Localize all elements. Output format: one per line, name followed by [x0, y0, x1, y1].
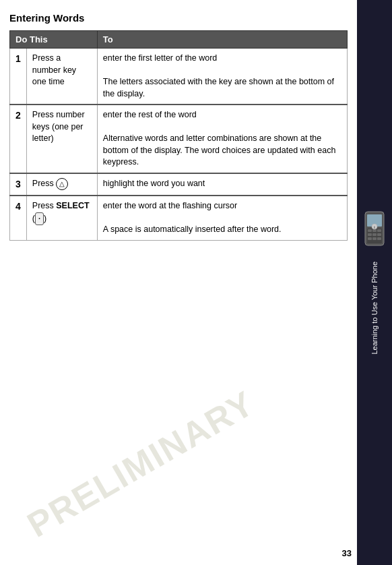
step-4-result: enter the word at the flashing cursor A …: [97, 196, 347, 240]
svg-rect-3: [368, 229, 372, 232]
table-header-row: Do This To: [10, 31, 348, 49]
svg-rect-5: [377, 229, 381, 232]
nav-circle-icon: △: [56, 178, 68, 190]
step-number-4: 4: [10, 196, 27, 240]
col-header-do-this: Do This: [10, 31, 98, 49]
table-row: 1 Press a number key one time enter the …: [10, 49, 348, 105]
step-1-action: Press a number key one time: [26, 49, 97, 105]
svg-rect-7: [372, 233, 377, 236]
step-number-1: 1: [10, 49, 27, 105]
table-row: 3 Press △ highlight the word you want: [10, 173, 348, 196]
step-3-result: highlight the word you want: [97, 173, 347, 196]
step-1-result: enter the first letter of the word The l…: [97, 49, 347, 105]
page-container: Entering Words Do This To 1 Press a numb…: [0, 0, 392, 565]
step-3-action: Press △: [26, 173, 97, 196]
svg-rect-6: [368, 233, 372, 236]
instruction-table: Do This To 1 Press a number key one time…: [9, 30, 348, 241]
select-key-symbol: ·: [35, 212, 44, 225]
phone-icon: i: [362, 211, 387, 246]
col-header-to: To: [97, 31, 347, 49]
step-number-2: 2: [10, 105, 27, 173]
sidebar-label: Learning to Use Your Phone: [370, 262, 379, 355]
table-row: 4 Press SELECT (·) enter the word at the…: [10, 196, 348, 240]
select-label: SELECT: [56, 201, 89, 210]
svg-rect-4: [372, 229, 377, 232]
svg-rect-11: [377, 237, 381, 240]
step-number-3: 3: [10, 173, 27, 196]
svg-rect-9: [368, 237, 372, 240]
step-4-action: Press SELECT (·): [26, 196, 97, 240]
svg-rect-8: [377, 233, 381, 236]
table-row: 2 Press number keys (one per letter) ent…: [10, 105, 348, 173]
page-title: Entering Words: [9, 12, 348, 24]
main-content: Entering Words Do This To 1 Press a numb…: [0, 0, 357, 565]
svg-rect-10: [372, 237, 377, 240]
phone-icon-container: i: [362, 211, 387, 248]
right-sidebar: i Learning to Use Your Phone: [357, 0, 392, 565]
step-2-result: enter the rest of the word Alternative w…: [97, 105, 347, 173]
step-2-action: Press number keys (one per letter): [26, 105, 97, 173]
page-number: 33: [342, 548, 352, 558]
